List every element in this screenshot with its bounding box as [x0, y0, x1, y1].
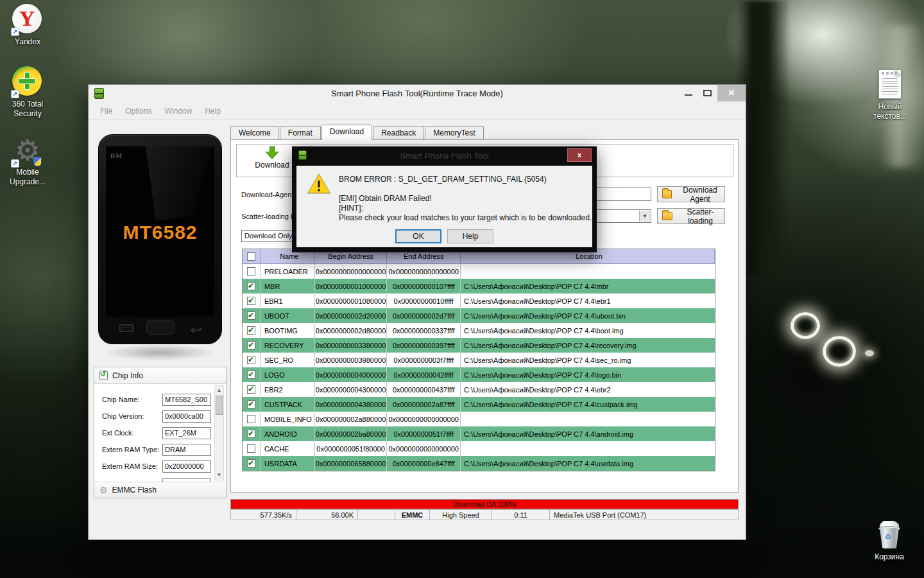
status-bytes: 56.00K [296, 510, 358, 520]
phone-brand: BM [110, 152, 123, 159]
status-empty [358, 510, 395, 520]
icon-label: Mobile Upgrade... [6, 168, 49, 187]
table-row[interactable]: CACHE0x0000000051f800000x000000000000000… [243, 441, 715, 456]
tab-download[interactable]: Download [321, 125, 372, 140]
car-headlight-right [823, 336, 856, 367]
desktop-icon-360-security[interactable]: ↗ 360 Total Security [0, 66, 55, 119]
chip-field-row: Ext Clock: EXT_26M [102, 426, 210, 439]
desktop-icon-text-file[interactable]: Новый текстов... [862, 69, 918, 121]
desktop-icon-recycle-bin[interactable]: ♻ Корзина [862, 520, 917, 562]
row-checkbox[interactable] [247, 267, 255, 276]
table-row[interactable]: ANDROID0x000000002ba800000x0000000051f7f… [243, 426, 715, 441]
dialog-close-button[interactable]: x [567, 148, 592, 162]
scatter-loading-button[interactable]: Scatter-loading [657, 208, 725, 224]
table-row[interactable]: PRELOADER0x00000000000000000x00000000000… [243, 264, 715, 279]
table-row[interactable]: EBR10x00000000010800000x00000000010fffff… [243, 293, 715, 308]
maximize-icon [703, 90, 712, 96]
minimize-button[interactable] [679, 85, 698, 101]
car-headlight-left [791, 312, 820, 339]
tab-readback[interactable]: Readback [373, 126, 424, 140]
close-icon: x [578, 151, 581, 159]
tab-memorytest[interactable]: MemoryTest [425, 126, 483, 140]
table-row[interactable]: MOBILE_INFO0x000000002a8800000x000000000… [243, 412, 715, 426]
table-row[interactable]: LOGO0x00000000040000000x00000000042fffff… [243, 367, 715, 382]
folder-icon [662, 190, 672, 198]
row-checkbox[interactable] [247, 297, 255, 305]
text-file-icon [878, 69, 902, 99]
table-row[interactable]: USRDATA0x00000000658800000x00000000e847f… [243, 456, 715, 471]
phone-chip-label: MT6582 [106, 222, 214, 243]
chip-version-field[interactable]: 0x0000ca00 [162, 410, 211, 423]
row-checkbox[interactable] [247, 282, 255, 290]
ext-clock-field[interactable]: EXT_26M [162, 427, 211, 439]
tab-bar: Welcome Format Download Readback MemoryT… [230, 125, 484, 140]
shortcut-arrow-icon: ↗ [11, 159, 19, 168]
dialog-titlebar[interactable]: Smart Phone Flash Tool x [292, 146, 597, 166]
row-checkbox[interactable] [247, 326, 255, 335]
chip-info-panel: Chip Info Chip Name: MT6582_S00 Chip Ver… [94, 367, 227, 498]
scroll-thumb[interactable] [216, 396, 223, 415]
table-row[interactable]: MBR0x00000000010000000x000000000107ffffC… [243, 279, 715, 293]
emmc-flash-bar[interactable]: ⚙ EMMC Flash [94, 482, 226, 498]
tab-format[interactable]: Format [280, 126, 321, 140]
minimize-icon [685, 94, 692, 96]
status-port: MediaTek USB Port (COM17) [550, 510, 738, 520]
chip-info-title: Chip Info [112, 371, 143, 380]
error-detail-3: Please check your load matches to your t… [339, 213, 592, 222]
chevron-down-icon[interactable]: ▼ [639, 211, 650, 222]
download-progress-bar: Download DA 100% [230, 499, 739, 509]
help-button[interactable]: Help [447, 229, 493, 243]
status-usb-speed: High Speed [430, 510, 492, 520]
row-checkbox[interactable] [247, 459, 255, 468]
ram-type-field[interactable]: DRAM [162, 444, 211, 456]
table-row[interactable]: CUSTPACK0x00000000043800000x000000002a87… [243, 397, 715, 412]
download-button[interactable]: Download [252, 146, 292, 175]
status-storage: EMMC [395, 510, 430, 520]
table-row[interactable]: RECOVERY0x00000000033800000x000000000397… [243, 338, 715, 353]
tab-welcome[interactable]: Welcome [230, 126, 279, 140]
table-row[interactable]: BOOTIMG0x0000000002d800000x000000000337f… [243, 323, 715, 338]
scroll-down-icon[interactable]: ▼ [215, 471, 223, 480]
row-checkbox[interactable] [247, 356, 255, 364]
table-row[interactable]: SEC_RO0x00000000039800000x0000000003f7ff… [243, 353, 715, 367]
desktop-icon-mobile-upgrade[interactable]: ⚙ ↗ Mobile Upgrade... [0, 136, 55, 187]
row-checkbox[interactable] [247, 444, 255, 453]
status-time: 0:11 [492, 510, 550, 520]
ram-size-field[interactable]: 0x20000000 [162, 460, 211, 473]
icon-label: Yandex [0, 37, 55, 47]
icon-label: Новый текстов... [866, 102, 914, 121]
row-checkbox[interactable] [247, 400, 255, 408]
row-checkbox[interactable] [247, 311, 255, 320]
phone-shadow [105, 344, 216, 361]
window-titlebar[interactable]: Smart Phone Flash Tool(Runtime Trace Mod… [89, 85, 746, 103]
table-row[interactable]: EBR20x00000000043000000x000000000437ffff… [243, 382, 715, 397]
icon-label: Корзина [862, 552, 917, 562]
close-button[interactable]: ✕ [717, 85, 746, 101]
menu-options[interactable]: Options [119, 104, 158, 118]
window-title: Smart Phone Flash Tool(Runtime Trace Mod… [89, 89, 746, 98]
scroll-up-icon[interactable]: ▲ [215, 386, 223, 395]
table-row[interactable]: UBOOT0x0000000002d200000x0000000002d7fff… [243, 308, 715, 323]
desktop-icon-yandex[interactable]: Y ↗ Yandex [0, 4, 55, 47]
row-checkbox[interactable] [247, 385, 255, 394]
field-label: Chip Name: [102, 396, 139, 403]
field-label: Chip Version: [102, 412, 144, 420]
menu-window[interactable]: Window [158, 104, 199, 118]
row-checkbox[interactable] [247, 430, 255, 438]
icon-label: 360 Total Security [5, 100, 50, 119]
brom-error-dialog: Smart Phone Flash Tool x BROM ERROR : S_… [292, 146, 597, 252]
chip-name-field[interactable]: MT6582_S00 [162, 394, 211, 406]
maximize-button[interactable] [698, 85, 717, 101]
field-label: Extern RAM Type: [102, 446, 159, 453]
menu-file[interactable]: File [94, 104, 119, 118]
select-all-checkbox[interactable] [247, 252, 255, 261]
row-checkbox[interactable] [247, 415, 255, 423]
row-checkbox[interactable] [247, 341, 255, 349]
phone-speaker [149, 140, 172, 143]
menu-help[interactable]: Help [198, 104, 227, 118]
chip-info-scrollbar[interactable]: ▲ ▼ [214, 385, 224, 480]
chip-field-row: Chip Name: MT6582_S00 [102, 393, 210, 406]
download-agent-button[interactable]: Download Agent [657, 186, 725, 202]
row-checkbox[interactable] [247, 371, 255, 379]
ok-button[interactable]: OK [395, 229, 441, 243]
